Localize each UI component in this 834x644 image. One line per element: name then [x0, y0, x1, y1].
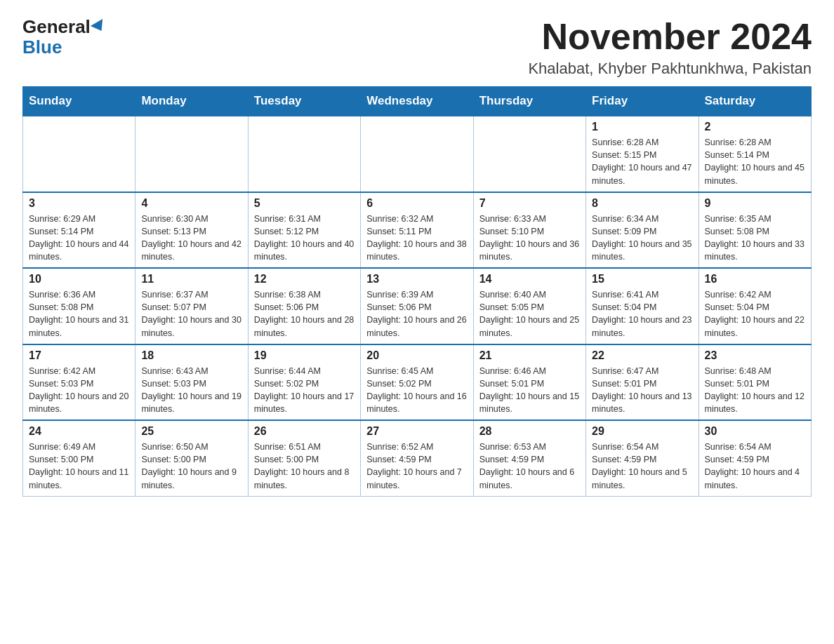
day-info: Sunrise: 6:54 AMSunset: 4:59 PMDaylight:…	[705, 441, 805, 492]
header-sunday: Sunday	[23, 87, 135, 116]
day-number: 15	[592, 273, 692, 286]
day-number: 10	[29, 273, 129, 286]
day-number: 18	[141, 349, 241, 362]
table-row: 8Sunrise: 6:34 AMSunset: 5:09 PMDaylight…	[586, 192, 699, 269]
day-number: 1	[592, 121, 692, 133]
day-number: 28	[479, 425, 580, 438]
day-info: Sunrise: 6:29 AMSunset: 5:14 PMDaylight:…	[29, 213, 129, 264]
day-info: Sunrise: 6:48 AMSunset: 5:01 PMDaylight:…	[705, 365, 805, 416]
day-info: Sunrise: 6:28 AMSunset: 5:14 PMDaylight:…	[705, 136, 805, 187]
table-row: 5Sunrise: 6:31 AMSunset: 5:12 PMDaylight…	[248, 192, 360, 269]
week-row-2: 3Sunrise: 6:29 AMSunset: 5:14 PMDaylight…	[23, 192, 812, 269]
day-number: 25	[141, 425, 241, 438]
day-info: Sunrise: 6:33 AMSunset: 5:10 PMDaylight:…	[479, 213, 580, 264]
title-block: November 2024 Khalabat, Khyber Pakhtunkh…	[528, 17, 812, 78]
table-row: 2Sunrise: 6:28 AMSunset: 5:14 PMDaylight…	[699, 116, 811, 192]
day-number: 19	[254, 349, 355, 362]
day-number: 17	[29, 349, 129, 362]
day-info: Sunrise: 6:36 AMSunset: 5:08 PMDaylight:…	[29, 288, 129, 340]
day-info: Sunrise: 6:30 AMSunset: 5:13 PMDaylight:…	[141, 213, 241, 264]
day-info: Sunrise: 6:50 AMSunset: 5:00 PMDaylight:…	[141, 441, 241, 492]
table-row: 6Sunrise: 6:32 AMSunset: 5:11 PMDaylight…	[361, 192, 473, 269]
table-row: 22Sunrise: 6:47 AMSunset: 5:01 PMDayligh…	[586, 344, 699, 421]
table-row: 16Sunrise: 6:42 AMSunset: 5:04 PMDayligh…	[699, 268, 811, 344]
day-number: 22	[592, 349, 692, 362]
day-info: Sunrise: 6:37 AMSunset: 5:07 PMDaylight:…	[141, 288, 241, 340]
day-number: 20	[366, 349, 467, 362]
logo-blue: Blue	[22, 37, 62, 58]
header-saturday: Saturday	[699, 87, 811, 116]
table-row: 3Sunrise: 6:29 AMSunset: 5:14 PMDaylight…	[23, 192, 135, 269]
week-row-3: 10Sunrise: 6:36 AMSunset: 5:08 PMDayligh…	[23, 268, 812, 344]
table-row: 15Sunrise: 6:41 AMSunset: 5:04 PMDayligh…	[586, 268, 699, 344]
header-tuesday: Tuesday	[248, 87, 360, 116]
header-thursday: Thursday	[473, 87, 585, 116]
day-number: 8	[592, 197, 692, 210]
logo-general: General	[22, 17, 91, 37]
day-info: Sunrise: 6:35 AMSunset: 5:08 PMDaylight:…	[705, 213, 805, 264]
table-row: 4Sunrise: 6:30 AMSunset: 5:13 PMDaylight…	[135, 192, 248, 269]
day-info: Sunrise: 6:42 AMSunset: 5:04 PMDaylight:…	[705, 288, 805, 340]
table-row: 11Sunrise: 6:37 AMSunset: 5:07 PMDayligh…	[135, 268, 248, 344]
logo: General Blue	[22, 17, 106, 57]
day-number: 13	[366, 273, 467, 286]
table-row: 1Sunrise: 6:28 AMSunset: 5:15 PMDaylight…	[586, 116, 699, 192]
table-row: 14Sunrise: 6:40 AMSunset: 5:05 PMDayligh…	[473, 268, 585, 344]
table-row	[473, 116, 585, 192]
day-number: 16	[705, 273, 805, 286]
table-row: 12Sunrise: 6:38 AMSunset: 5:06 PMDayligh…	[248, 268, 360, 344]
day-number: 3	[29, 197, 129, 210]
table-row: 24Sunrise: 6:49 AMSunset: 5:00 PMDayligh…	[23, 420, 135, 496]
day-info: Sunrise: 6:44 AMSunset: 5:02 PMDaylight:…	[254, 365, 355, 416]
table-row: 29Sunrise: 6:54 AMSunset: 4:59 PMDayligh…	[586, 420, 699, 496]
table-row: 9Sunrise: 6:35 AMSunset: 5:08 PMDaylight…	[699, 192, 811, 269]
day-number: 5	[254, 197, 355, 210]
weekday-header-row: Sunday Monday Tuesday Wednesday Thursday…	[23, 87, 812, 116]
day-number: 21	[479, 349, 580, 362]
table-row: 27Sunrise: 6:52 AMSunset: 4:59 PMDayligh…	[361, 420, 473, 496]
day-info: Sunrise: 6:54 AMSunset: 4:59 PMDaylight:…	[592, 441, 692, 492]
day-info: Sunrise: 6:40 AMSunset: 5:05 PMDaylight:…	[479, 288, 580, 340]
table-row: 30Sunrise: 6:54 AMSunset: 4:59 PMDayligh…	[699, 420, 811, 496]
day-number: 27	[366, 425, 467, 438]
day-info: Sunrise: 6:53 AMSunset: 4:59 PMDaylight:…	[479, 441, 580, 492]
table-row: 10Sunrise: 6:36 AMSunset: 5:08 PMDayligh…	[23, 268, 135, 344]
day-info: Sunrise: 6:39 AMSunset: 5:06 PMDaylight:…	[366, 288, 467, 340]
day-info: Sunrise: 6:42 AMSunset: 5:03 PMDaylight:…	[29, 365, 129, 416]
header-friday: Friday	[586, 87, 699, 116]
table-row: 26Sunrise: 6:51 AMSunset: 5:00 PMDayligh…	[248, 420, 360, 496]
calendar-subtitle: Khalabat, Khyber Pakhtunkhwa, Pakistan	[528, 60, 812, 78]
day-info: Sunrise: 6:46 AMSunset: 5:01 PMDaylight:…	[479, 365, 580, 416]
table-row: 21Sunrise: 6:46 AMSunset: 5:01 PMDayligh…	[473, 344, 585, 421]
day-info: Sunrise: 6:34 AMSunset: 5:09 PMDaylight:…	[592, 213, 692, 264]
day-number: 9	[705, 197, 805, 210]
logo-arrow-icon	[91, 19, 107, 34]
day-info: Sunrise: 6:45 AMSunset: 5:02 PMDaylight:…	[366, 365, 467, 416]
header-wednesday: Wednesday	[361, 87, 473, 116]
week-row-5: 24Sunrise: 6:49 AMSunset: 5:00 PMDayligh…	[23, 420, 812, 496]
week-row-1: 1Sunrise: 6:28 AMSunset: 5:15 PMDaylight…	[23, 116, 812, 192]
table-row	[135, 116, 248, 192]
day-info: Sunrise: 6:31 AMSunset: 5:12 PMDaylight:…	[254, 213, 355, 264]
day-number: 23	[705, 349, 805, 362]
day-info: Sunrise: 6:49 AMSunset: 5:00 PMDaylight:…	[29, 441, 129, 492]
day-number: 14	[479, 273, 580, 286]
table-row: 17Sunrise: 6:42 AMSunset: 5:03 PMDayligh…	[23, 344, 135, 421]
day-number: 7	[479, 197, 580, 210]
calendar-title: November 2024	[528, 17, 812, 57]
table-row: 23Sunrise: 6:48 AMSunset: 5:01 PMDayligh…	[699, 344, 811, 421]
day-number: 30	[705, 425, 805, 438]
day-info: Sunrise: 6:52 AMSunset: 4:59 PMDaylight:…	[366, 441, 467, 492]
header-monday: Monday	[135, 87, 248, 116]
table-row: 20Sunrise: 6:45 AMSunset: 5:02 PMDayligh…	[361, 344, 473, 421]
week-row-4: 17Sunrise: 6:42 AMSunset: 5:03 PMDayligh…	[23, 344, 812, 421]
table-row	[361, 116, 473, 192]
day-number: 2	[705, 121, 805, 133]
day-number: 26	[254, 425, 355, 438]
table-row: 13Sunrise: 6:39 AMSunset: 5:06 PMDayligh…	[361, 268, 473, 344]
day-number: 4	[141, 197, 241, 210]
day-info: Sunrise: 6:43 AMSunset: 5:03 PMDaylight:…	[141, 365, 241, 416]
table-row: 7Sunrise: 6:33 AMSunset: 5:10 PMDaylight…	[473, 192, 585, 269]
day-info: Sunrise: 6:41 AMSunset: 5:04 PMDaylight:…	[592, 288, 692, 340]
day-info: Sunrise: 6:38 AMSunset: 5:06 PMDaylight:…	[254, 288, 355, 340]
